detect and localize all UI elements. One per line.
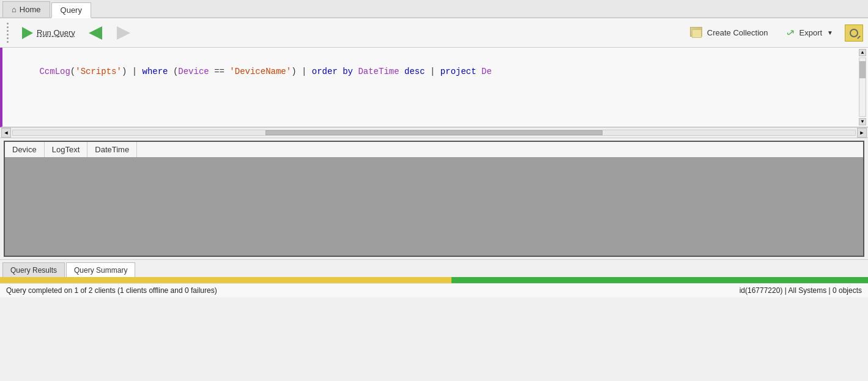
create-collection-button[interactable]: Create Collection (682, 24, 775, 42)
col-header-logtext[interactable]: LogText (45, 142, 88, 157)
results-wrapper: Device LogText DateTime (4, 141, 864, 257)
vscroll-down-button[interactable]: ▼ (859, 118, 866, 125)
status-right: id(16777220) | All Systems | 0 objects (740, 286, 862, 295)
bottom-tab-summary[interactable]: Query Summary (66, 262, 135, 277)
bottom-tab-summary-label: Query Summary (74, 266, 127, 275)
export-icon: ↪ (784, 26, 797, 40)
run-query-label: Run Query (37, 28, 75, 37)
tab-query-label: Query (61, 6, 82, 15)
results-table-header: Device LogText DateTime (5, 142, 863, 158)
progress-yellow (0, 277, 451, 283)
vscroll-up-button[interactable]: ▲ (859, 49, 866, 56)
play-icon (22, 27, 33, 39)
col-header-datetime[interactable]: DateTime (87, 142, 137, 157)
collection-icon (689, 27, 703, 39)
tab-home-label: Home (20, 5, 41, 14)
hscroll-bar: ◄ ► (0, 127, 868, 138)
main-layout: Run Query Create Collection ↪ Export ▼ (0, 18, 868, 381)
tab-home[interactable]: ⌂ Home (2, 1, 50, 17)
query-editor[interactable]: CcmLog('Scripts') | where (Device == 'De… (0, 48, 868, 127)
query-editor-content: CcmLog('Scripts') | where (Device == 'De… (9, 53, 862, 91)
results-body (5, 158, 863, 256)
hscroll-left-button[interactable]: ◄ (1, 128, 11, 138)
forward-arrow-icon (117, 26, 134, 40)
bottom-tab-results[interactable]: Query Results (2, 262, 65, 277)
bottom-tab-bar: Query Results Query Summary (0, 259, 868, 277)
run-query-button[interactable]: Run Query (15, 24, 82, 42)
forward-button[interactable] (113, 23, 138, 43)
hscroll-thumb[interactable] (265, 130, 603, 135)
home-icon: ⌂ (12, 5, 17, 14)
search-button[interactable] (845, 24, 863, 42)
tab-query[interactable]: Query (51, 2, 91, 18)
back-button[interactable] (84, 23, 110, 43)
col-header-device[interactable]: Device (5, 142, 45, 157)
hscroll-right-button[interactable]: ► (857, 128, 867, 138)
toolbar-right: Create Collection ↪ Export ▼ (682, 24, 863, 42)
vscroll-thumb[interactable] (859, 61, 866, 79)
toolbar-grip (5, 21, 10, 44)
bottom-tab-results-label: Query Results (10, 266, 57, 275)
vscroll-track (859, 57, 866, 117)
status-left: Query completed on 1 of 2 clients (1 cli… (6, 286, 217, 295)
export-label: Export (799, 28, 823, 37)
toolbar: Run Query Create Collection ↪ Export ▼ (0, 18, 868, 48)
back-arrow-icon (89, 26, 106, 40)
export-dropdown-arrow[interactable]: ▼ (827, 29, 833, 36)
status-bar: Query completed on 1 of 2 clients (1 cli… (0, 283, 868, 297)
hscroll-track (12, 130, 856, 136)
search-icon (850, 29, 858, 37)
progress-green (451, 277, 868, 283)
export-button[interactable]: ↪ Export ▼ (780, 24, 840, 42)
create-collection-label: Create Collection (707, 28, 768, 37)
progress-bar (0, 277, 868, 283)
tab-bar: ⌂ Home Query (0, 0, 868, 18)
